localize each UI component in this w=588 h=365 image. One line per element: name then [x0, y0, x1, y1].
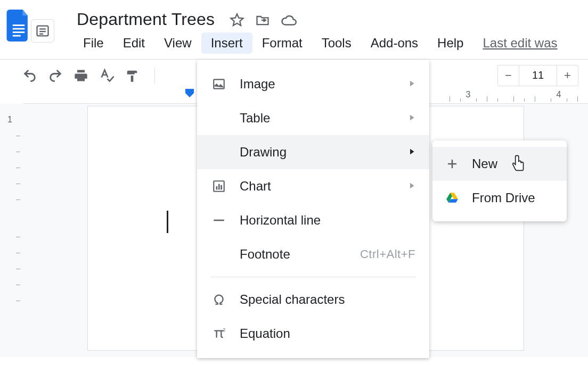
- pi-icon: 2: [211, 326, 227, 342]
- print-icon[interactable]: [74, 68, 88, 83]
- indent-marker-icon[interactable]: [183, 89, 196, 98]
- image-icon: [211, 76, 227, 92]
- menu-format[interactable]: Format: [252, 32, 312, 54]
- menu-label: Footnote: [240, 247, 290, 262]
- insert-drawing[interactable]: Drawing: [197, 135, 429, 169]
- svg-rect-11: [216, 186, 218, 190]
- menu-label: Table: [240, 111, 270, 126]
- chart-icon: [211, 178, 227, 194]
- menu-separator: [211, 277, 415, 277]
- text-caret: [167, 211, 168, 233]
- cloud-saved-icon[interactable]: [281, 13, 295, 27]
- menu-insert[interactable]: Insert: [201, 32, 252, 54]
- menu-label: Equation: [240, 326, 290, 341]
- undo-icon[interactable]: [22, 68, 37, 83]
- spellcheck-icon[interactable]: [99, 68, 114, 83]
- titlebar: Department Trees File Edit: [0, 0, 588, 59]
- insert-chart[interactable]: Chart: [197, 169, 429, 203]
- menu-label: Horizontal line: [240, 213, 321, 228]
- menu-edit[interactable]: Edit: [113, 32, 154, 54]
- submenu-label: From Drive: [472, 190, 535, 205]
- paint-format-icon[interactable]: [125, 68, 140, 83]
- menu-help[interactable]: Help: [428, 32, 473, 54]
- font-size-decrease[interactable]: −: [498, 65, 519, 86]
- font-size-increase[interactable]: +: [557, 65, 578, 86]
- submenu-arrow-icon: [407, 145, 416, 160]
- insert-table[interactable]: Table: [197, 101, 429, 135]
- submenu-arrow-icon: [407, 179, 416, 194]
- drawing-from-drive[interactable]: From Drive: [432, 181, 567, 215]
- menu-view[interactable]: View: [154, 32, 201, 54]
- drawing-new[interactable]: New: [432, 147, 567, 181]
- omega-icon: [211, 292, 227, 308]
- toolbar-separator: [154, 68, 155, 84]
- submenu-arrow-icon: [407, 77, 416, 92]
- drawing-icon: [211, 144, 227, 160]
- vruler-number: 1: [7, 115, 12, 125]
- plus-icon: [444, 156, 460, 172]
- menu-label: Image: [240, 77, 275, 92]
- svg-rect-0: [13, 24, 25, 26]
- drawing-submenu: New From Drive: [432, 140, 567, 221]
- last-edit-link[interactable]: Last edit was: [483, 36, 557, 51]
- submenu-arrow-icon: [407, 111, 416, 126]
- drive-icon: [444, 190, 460, 206]
- document-title[interactable]: Department Trees: [74, 10, 218, 29]
- ruler-number: 4: [557, 90, 561, 99]
- svg-rect-3: [13, 35, 21, 37]
- menu-label: Chart: [240, 179, 271, 194]
- svg-rect-4: [185, 89, 194, 93]
- svg-rect-2: [13, 31, 25, 33]
- submenu-label: New: [472, 156, 497, 171]
- menu-file[interactable]: File: [74, 32, 113, 54]
- redo-icon[interactable]: [48, 68, 63, 83]
- footnote-icon: [211, 246, 227, 262]
- font-size-value[interactable]: 11: [519, 65, 557, 86]
- ruler-number: 3: [466, 90, 471, 99]
- insert-equation[interactable]: 2 Equation: [197, 317, 429, 351]
- horizontal-line-icon: [211, 212, 227, 228]
- insert-special-characters[interactable]: Special characters: [197, 283, 429, 317]
- svg-rect-12: [218, 184, 220, 190]
- move-folder-icon[interactable]: [255, 13, 269, 27]
- menu-tools[interactable]: Tools: [312, 32, 361, 54]
- document-outline-button[interactable]: [31, 19, 54, 43]
- insert-image[interactable]: Image: [197, 67, 429, 101]
- font-size-control: − 11 +: [497, 65, 578, 86]
- menu-addons[interactable]: Add-ons: [361, 32, 428, 54]
- menu-shortcut: Ctrl+Alt+F: [360, 247, 415, 261]
- svg-text:2: 2: [223, 327, 226, 333]
- menu-label: Special characters: [240, 292, 345, 307]
- star-icon[interactable]: [230, 13, 243, 27]
- insert-menu-dropdown: Image Table Drawing Chart Horizontal lin…: [197, 60, 429, 358]
- insert-horizontal-line[interactable]: Horizontal line: [197, 203, 429, 237]
- menubar: File Edit View Insert Format Tools Add-o…: [48, 30, 583, 59]
- vertical-ruler[interactable]: 1: [0, 104, 23, 357]
- svg-rect-1: [13, 28, 25, 30]
- table-icon: [211, 110, 227, 126]
- docs-logo[interactable]: [5, 5, 32, 43]
- svg-rect-13: [220, 185, 222, 190]
- insert-footnote[interactable]: Footnote Ctrl+Alt+F: [197, 237, 429, 271]
- menu-label: Drawing: [240, 145, 287, 160]
